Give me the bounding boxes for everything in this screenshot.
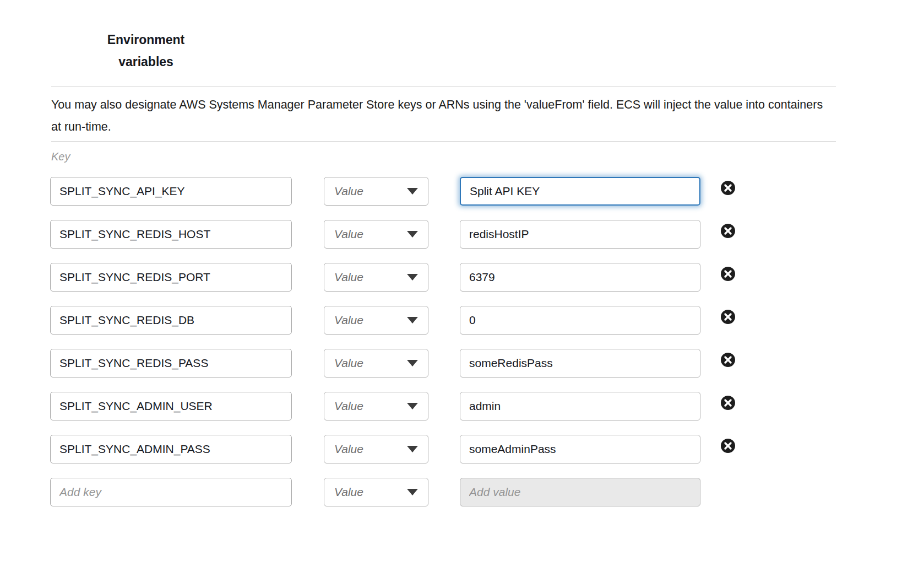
env-var-row: Value bbox=[50, 177, 924, 206]
env-type-dropdown[interactable]: Value bbox=[324, 306, 428, 335]
env-type-dropdown-label: Value bbox=[334, 185, 363, 198]
remove-row-button[interactable] bbox=[720, 180, 736, 196]
env-type-dropdown-label: Value bbox=[334, 443, 363, 456]
circle-x-icon bbox=[720, 395, 736, 411]
env-var-row: Value bbox=[50, 220, 924, 249]
env-key-input[interactable] bbox=[50, 306, 292, 335]
caret-down-icon bbox=[407, 231, 418, 238]
env-var-rows: Value Value bbox=[50, 177, 924, 506]
env-type-dropdown-label: Value bbox=[334, 400, 363, 413]
circle-x-icon bbox=[720, 309, 736, 325]
divider-middle bbox=[51, 141, 836, 142]
env-value-input[interactable] bbox=[460, 306, 700, 335]
key-column-label: Key bbox=[51, 149, 924, 164]
env-key-input[interactable] bbox=[50, 177, 292, 206]
section-label-line2: variables bbox=[94, 51, 198, 73]
circle-x-icon bbox=[720, 266, 736, 282]
env-value-input[interactable] bbox=[460, 220, 700, 249]
caret-down-icon bbox=[407, 317, 418, 323]
env-key-input[interactable] bbox=[50, 220, 292, 249]
section-label-line1: Environment bbox=[94, 29, 198, 51]
remove-row-button[interactable] bbox=[720, 352, 736, 368]
caret-down-icon bbox=[407, 403, 418, 409]
env-type-dropdown-label: Value bbox=[334, 357, 363, 370]
env-type-dropdown-label: Value bbox=[334, 271, 363, 284]
env-key-input[interactable] bbox=[50, 392, 292, 420]
env-type-dropdown[interactable]: Value bbox=[324, 220, 428, 249]
env-type-dropdown[interactable]: Value bbox=[324, 263, 428, 292]
env-var-row: Value bbox=[50, 392, 924, 420]
env-type-dropdown[interactable]: Value bbox=[324, 435, 428, 463]
env-var-row: Value bbox=[50, 263, 924, 292]
env-type-dropdown[interactable]: Value bbox=[324, 478, 428, 506]
caret-down-icon bbox=[407, 360, 418, 366]
env-type-dropdown-label: Value bbox=[334, 486, 363, 499]
env-type-dropdown[interactable]: Value bbox=[324, 349, 428, 377]
remove-row-button[interactable] bbox=[720, 395, 736, 411]
env-type-dropdown-label: Value bbox=[334, 228, 363, 241]
caret-down-icon bbox=[407, 489, 418, 495]
env-type-dropdown[interactable]: Value bbox=[324, 392, 428, 420]
env-var-row: Value bbox=[50, 435, 924, 463]
circle-x-icon bbox=[720, 352, 736, 368]
remove-row-button[interactable] bbox=[720, 223, 736, 239]
env-type-dropdown-label: Value bbox=[334, 314, 363, 327]
env-key-input[interactable] bbox=[50, 349, 292, 377]
remove-button-spacer bbox=[720, 484, 736, 500]
caret-down-icon bbox=[407, 446, 418, 452]
remove-row-button[interactable] bbox=[720, 309, 736, 325]
environment-variables-section: Environment variables You may also desig… bbox=[0, 29, 924, 561]
add-key-input[interactable] bbox=[50, 478, 292, 506]
env-var-add-row: Value bbox=[50, 478, 924, 506]
remove-row-button[interactable] bbox=[720, 438, 736, 454]
circle-x-icon bbox=[720, 180, 736, 196]
caret-down-icon bbox=[407, 274, 418, 280]
help-text: You may also designate AWS Systems Manag… bbox=[51, 94, 836, 138]
env-value-input[interactable] bbox=[460, 177, 700, 206]
caret-down-icon bbox=[407, 188, 418, 195]
env-value-input[interactable] bbox=[460, 392, 700, 420]
circle-x-icon bbox=[720, 438, 736, 454]
env-var-row: Value bbox=[50, 306, 924, 335]
env-var-row: Value bbox=[50, 349, 924, 377]
env-key-input[interactable] bbox=[50, 263, 292, 292]
divider-top bbox=[51, 86, 836, 87]
env-type-dropdown[interactable]: Value bbox=[324, 177, 428, 206]
circle-x-icon bbox=[720, 223, 736, 239]
env-value-input[interactable] bbox=[460, 435, 700, 463]
section-label: Environment variables bbox=[94, 29, 198, 73]
add-value-input[interactable] bbox=[460, 478, 700, 506]
env-key-input[interactable] bbox=[50, 435, 292, 463]
remove-row-button[interactable] bbox=[720, 266, 736, 282]
env-value-input[interactable] bbox=[460, 349, 700, 377]
env-value-input[interactable] bbox=[460, 263, 700, 292]
